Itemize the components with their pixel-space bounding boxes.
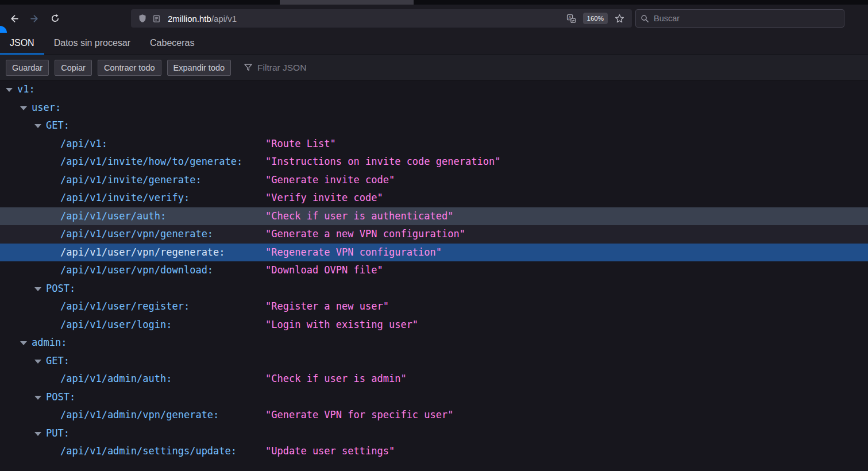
back-button[interactable] xyxy=(5,9,23,28)
json-row[interactable]: admin: xyxy=(0,334,868,352)
json-row[interactable]: /api/v1/user/auth:"Check if user is auth… xyxy=(0,207,868,226)
json-viewer-tabs: JSONDatos sin procesarCabeceras xyxy=(0,32,868,55)
reload-button[interactable] xyxy=(46,9,64,28)
search-bar[interactable] xyxy=(635,9,844,28)
json-row[interactable]: /api/v1/user/vpn/regenerate:"Regenerate … xyxy=(0,244,868,262)
twisty-expanded-icon[interactable] xyxy=(34,117,46,135)
json-key: /api/v1/admin/vpn/generate: xyxy=(60,409,219,420)
search-input[interactable] xyxy=(654,14,844,23)
json-viewer-toolbar: GuardarCopiarContraer todoExpandir todo xyxy=(0,55,868,80)
json-value: "Check if user is admin" xyxy=(265,370,407,388)
json-key: /api/v1/admin/auth: xyxy=(60,373,172,384)
json-key: /api/v1/invite/verify: xyxy=(60,192,190,203)
url-text: 2million.htb/api/v1 xyxy=(168,14,565,24)
json-row[interactable]: v1: xyxy=(0,80,868,99)
filter-box xyxy=(244,63,868,73)
json-value: "Route List" xyxy=(265,135,336,153)
json-value: "Generate invite code" xyxy=(265,171,395,190)
json-key: /api/v1/user/auth: xyxy=(60,210,166,222)
json-key: GET: xyxy=(46,119,70,131)
json-row[interactable]: /api/v1/admin/settings/update:"Update us… xyxy=(0,442,868,461)
twisty-expanded-icon[interactable] xyxy=(34,388,46,407)
json-key: PUT: xyxy=(46,427,70,439)
json-row[interactable]: /api/v1/admin/vpn/generate:"Generate VPN… xyxy=(0,406,868,424)
json-row[interactable]: GET: xyxy=(0,352,868,370)
translate-icon[interactable]: A xyxy=(565,11,578,25)
json-key: v1: xyxy=(17,83,35,95)
json-row[interactable]: /api/v1/invite/verify:"Verify invite cod… xyxy=(0,189,868,207)
json-row[interactable]: /api/v1:"Route List" xyxy=(0,135,868,153)
twisty-expanded-icon[interactable] xyxy=(6,80,17,99)
copy-button[interactable]: Copiar xyxy=(55,60,92,76)
json-value: "Login with existing user" xyxy=(265,316,418,334)
tab-json[interactable]: JSON xyxy=(0,32,44,55)
json-key: GET: xyxy=(46,355,70,366)
expand-all-button[interactable]: Expandir todo xyxy=(167,60,231,76)
json-key: POST: xyxy=(46,391,75,403)
json-value: "Register a new user" xyxy=(265,298,389,316)
browser-tab-strip xyxy=(0,0,868,5)
json-key: /api/v1/user/login: xyxy=(60,319,172,330)
json-key: /api/v1/user/register: xyxy=(60,300,190,312)
json-key: user: xyxy=(32,102,61,113)
json-row[interactable]: /api/v1/user/register:"Register a new us… xyxy=(0,298,868,316)
json-value: "Check if user is authenticated" xyxy=(265,207,454,226)
search-icon xyxy=(641,14,649,23)
json-row[interactable]: /api/v1/admin/auth:"Check if user is adm… xyxy=(0,370,868,388)
filter-json-input[interactable] xyxy=(257,63,868,73)
json-value: "Instructions on invite code generation" xyxy=(265,153,500,171)
twisty-expanded-icon[interactable] xyxy=(34,424,46,443)
url-host: 2million.htb xyxy=(168,14,211,24)
json-key: /api/v1/invite/how/to/generate: xyxy=(60,156,242,167)
twisty-expanded-icon[interactable] xyxy=(34,352,46,370)
json-row[interactable]: /api/v1/user/login:"Login with existing … xyxy=(0,316,868,334)
json-key: admin: xyxy=(32,337,67,348)
forward-button[interactable] xyxy=(25,9,44,28)
save-button[interactable]: Guardar xyxy=(6,60,49,76)
json-row[interactable]: /api/v1/invite/generate:"Generate invite… xyxy=(0,171,868,190)
twisty-expanded-icon[interactable] xyxy=(20,99,32,117)
json-value: "Generate a new VPN configuration" xyxy=(265,225,465,244)
twisty-expanded-icon[interactable] xyxy=(20,334,32,352)
json-value: "Regenerate VPN configuration" xyxy=(265,244,442,262)
json-key: /api/v1: xyxy=(60,138,107,149)
json-row[interactable]: /api/v1/user/vpn/download:"Download OVPN… xyxy=(0,261,868,280)
json-value: "Update user settings" xyxy=(265,442,395,461)
navigation-toolbar: 2million.htb/api/v1 A 160% xyxy=(0,5,868,32)
json-value: "Download OVPN file" xyxy=(265,261,383,280)
tracking-protection-shield-icon[interactable] xyxy=(136,11,149,25)
page-info-icon[interactable] xyxy=(149,11,163,25)
json-key: /api/v1/user/vpn/generate: xyxy=(60,228,213,240)
tab-headers[interactable]: Cabeceras xyxy=(140,32,204,55)
json-key: /api/v1/admin/settings/update: xyxy=(60,445,237,457)
toolbar-buttons: GuardarCopiarContraer todoExpandir todo xyxy=(6,60,237,76)
json-key: /api/v1/user/vpn/download: xyxy=(60,264,213,276)
json-row[interactable]: /api/v1/invite/how/to/generate:"Instruct… xyxy=(0,153,868,171)
json-key: /api/v1/user/vpn/regenerate: xyxy=(60,246,225,258)
reload-icon xyxy=(51,14,60,23)
json-key: POST: xyxy=(46,283,75,294)
json-key: /api/v1/invite/generate: xyxy=(60,174,202,186)
json-tree: v1:user:GET:/api/v1:"Route List"/api/v1/… xyxy=(0,80,868,471)
collapse-all-button[interactable]: Contraer todo xyxy=(98,60,161,76)
json-row[interactable]: POST: xyxy=(0,280,868,298)
json-value: "Generate VPN for specific user" xyxy=(265,406,454,424)
url-path: /api/v1 xyxy=(211,14,237,24)
back-arrow-icon xyxy=(9,14,19,24)
zoom-level-button[interactable]: 160% xyxy=(583,13,608,24)
json-value: "Verify invite code" xyxy=(265,189,383,207)
bookmark-star-icon[interactable] xyxy=(612,11,626,25)
json-row[interactable]: user: xyxy=(0,99,868,117)
filter-icon xyxy=(244,63,253,72)
tab-raw-data[interactable]: Datos sin procesar xyxy=(44,32,140,55)
forward-arrow-icon xyxy=(30,14,40,24)
url-bar[interactable]: 2million.htb/api/v1 A 160% xyxy=(131,9,632,28)
json-row[interactable]: /api/v1/user/vpn/generate:"Generate a ne… xyxy=(0,225,868,244)
active-browser-tab[interactable] xyxy=(280,0,414,5)
browser-window: 2million.htb/api/v1 A 160% xyxy=(0,0,868,471)
json-row[interactable]: GET: xyxy=(0,117,868,135)
twisty-expanded-icon[interactable] xyxy=(34,280,46,298)
json-row[interactable]: PUT: xyxy=(0,424,868,443)
json-row[interactable]: POST: xyxy=(0,388,868,407)
